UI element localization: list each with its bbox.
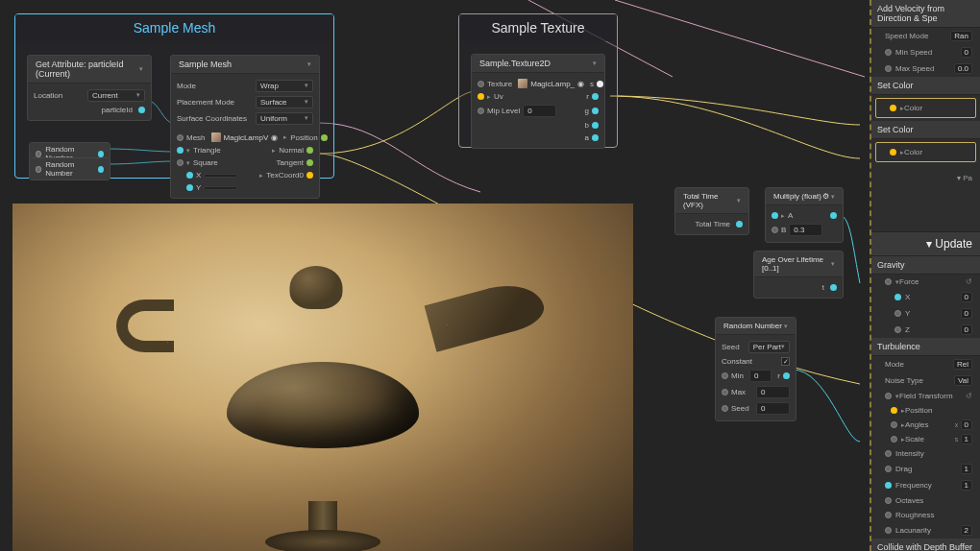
coords-dropdown[interactable]: Uniform▾ [256,112,313,125]
y-in-port[interactable] [186,184,193,191]
total-time-out-label: Total Time [696,220,730,228]
random-number-node[interactable]: Random Number▾ SeedPer Part▾ Constant✓ M… [715,317,796,421]
chevron-down-icon[interactable]: ▾ [139,65,143,73]
max-speed-value[interactable]: 0.0 [954,63,972,74]
min-speed-port[interactable] [885,49,892,56]
speed-mode-value[interactable]: Ran [950,31,972,41]
mip-field[interactable]: 0 [523,105,556,117]
color-port-2[interactable] [890,149,896,156]
turb-scale-port[interactable] [891,436,897,443]
b-field[interactable]: 0.3 [789,224,822,236]
normal-out-port[interactable] [306,147,313,154]
max-speed-port[interactable] [885,65,892,72]
square-in-port[interactable] [177,159,184,166]
sample-mesh-node[interactable]: Sample Mesh ▾ ModeWrap▾ Placement ModeSu… [170,55,320,199]
set-color-header-1[interactable]: Set Color [871,77,980,95]
chevron-down-icon[interactable]: ▾ [831,260,835,268]
lacunarity-value[interactable]: 2 [961,525,972,536]
texture-asset-field[interactable]: MagicLamp_◉ [518,79,584,88]
uv-in-port[interactable] [478,93,484,100]
triangle-in-port[interactable] [177,147,184,154]
frequency-value[interactable]: 1 [961,480,972,491]
collide-header[interactable]: Collide with Depth Buffer [871,539,980,551]
g-out-port[interactable] [592,108,599,114]
x-in-port[interactable] [186,172,193,179]
chevron-down-icon[interactable]: ▾ [737,197,741,204]
octaves-port[interactable] [885,497,892,504]
gz-port[interactable] [894,326,901,333]
texcoord-out-port[interactable] [306,172,313,179]
chevron-down-icon[interactable]: ▾ [784,323,788,330]
random-out-port[interactable] [98,166,104,173]
x-field[interactable] [204,174,237,178]
chevron-down-icon[interactable]: ▾ [831,193,835,201]
b-out-port[interactable] [592,122,599,129]
particleid-out-port[interactable] [138,107,145,113]
age-over-lifetime-node[interactable]: Age Over Lifetime [0..1]▾ t [753,251,844,299]
seed2-field[interactable]: 0 [756,402,790,415]
lacunarity-port[interactable] [885,527,892,534]
position-out-port[interactable] [321,134,328,141]
b-in-port[interactable] [772,227,778,233]
force-port[interactable] [885,278,892,285]
gx-port[interactable] [894,294,901,300]
min-field[interactable]: 0 [749,370,772,382]
placement-dropdown[interactable]: Surface▾ [256,96,313,108]
mesh-asset-field[interactable]: MagicLampV◉ [211,132,279,142]
min-speed-value[interactable]: 0 [961,47,972,58]
reset-icon[interactable]: ↺ [966,277,972,286]
r-out-port[interactable] [783,372,790,379]
noise-type-value[interactable]: Val [954,375,972,386]
chevron-down-icon[interactable]: ▾ [593,60,597,67]
drag-port[interactable] [885,466,892,472]
mesh-in-port[interactable] [177,134,184,141]
random-number-pill-2[interactable]: Random Number [29,157,110,180]
gz-value[interactable]: 0 [961,324,972,335]
sample-texture-node[interactable]: Sample.Texture2D ▾ Texture MagicLamp_◉ s… [471,54,605,149]
gx-value[interactable]: 0 [961,292,972,302]
s-out-port[interactable] [597,81,603,87]
multiply-out-port[interactable] [830,212,837,219]
turb-mode-value[interactable]: Rel [953,359,972,370]
age-out-port[interactable] [830,284,837,291]
freq-port[interactable] [885,482,892,489]
gravity-header[interactable]: Gravity [871,256,980,275]
gy-port[interactable] [894,310,901,317]
r-out-port[interactable] [592,93,599,100]
set-color-header-2[interactable]: Set Color [871,121,980,139]
velocity-section-header[interactable]: Add Velocity from Direction & Spe [871,0,980,28]
drag-value[interactable]: 1 [961,464,972,474]
a-out-port[interactable] [592,134,599,141]
color-port-1[interactable] [890,105,896,111]
mip-in-port[interactable] [478,108,484,114]
max-field[interactable]: 0 [756,386,790,398]
viewport-preview [12,204,633,551]
total-time-out-port[interactable] [736,221,743,228]
turb-pos-port[interactable] [891,407,897,414]
chevron-down-icon[interactable]: ▾ [307,60,311,68]
gy-value[interactable]: 0 [961,308,972,319]
multiply-node[interactable]: Multiply (float)⚙▾ ▸A B0.3 [765,187,844,243]
random-out-port[interactable] [98,151,104,157]
constant-checkbox[interactable]: ✓ [781,357,790,366]
seed2-in-port[interactable] [722,405,728,412]
update-header[interactable]: ▾ Update [871,231,980,256]
location-dropdown[interactable]: Current▾ [87,89,145,102]
turbulence-header[interactable]: Turbulence [871,338,980,356]
roughness-port[interactable] [885,512,892,518]
reset-icon[interactable]: ↺ [966,392,972,400]
turb-ang-port[interactable] [891,421,897,428]
mode-dropdown[interactable]: Wrap▾ [256,80,313,92]
get-attribute-node[interactable]: Get Attribute: particleId (Current) ▾ Lo… [27,55,152,121]
a-in-port[interactable] [772,212,778,219]
y-field[interactable] [204,186,237,190]
min-in-port[interactable] [722,372,728,379]
seed-dropdown[interactable]: Per Part▾ [748,341,790,353]
gear-icon[interactable]: ⚙ [822,192,829,201]
texture-in-port[interactable] [478,81,484,87]
total-time-node[interactable]: Total Time (VFX)▾ Total Time [674,187,749,235]
tangent-out-port[interactable] [306,159,313,166]
max-in-port[interactable] [722,389,728,395]
intensity-port[interactable] [885,450,892,457]
field-port[interactable] [885,393,892,399]
